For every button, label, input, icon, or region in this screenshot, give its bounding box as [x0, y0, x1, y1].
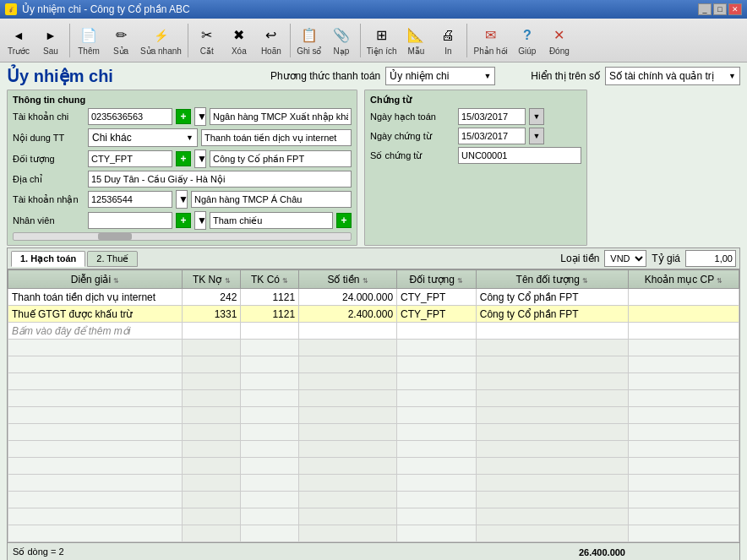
minimize-button[interactable]: _ [698, 3, 712, 15]
empty-cell-5-4 [397, 424, 477, 441]
tai-khoan-nhan-input[interactable] [88, 191, 172, 208]
cell-sotien-0[interactable]: 24.000.000 [299, 289, 397, 306]
app-icon: 💰 [5, 3, 17, 15]
cell-doituong-0[interactable]: CTY_FPT [397, 289, 477, 306]
empty-cell-6-2 [241, 441, 299, 458]
back-button[interactable]: Trước [3, 24, 34, 57]
nhan-vien-label: Nhân viên [13, 215, 85, 226]
table-row[interactable]: Bấm vào đây để thêm mới [8, 323, 739, 340]
cell-diengiai-0[interactable]: Thanh toán tiền dịch vụ internet [8, 289, 183, 306]
nhan-vien-dropdown[interactable]: ▼ [194, 211, 206, 230]
cell-diengiai-2[interactable]: Bấm vào đây để thêm mới [8, 323, 183, 340]
ngay-chung-tu-calendar-button[interactable]: ▼ [529, 128, 544, 144]
doi-tuong-input[interactable] [88, 150, 172, 167]
cell-doituong-2[interactable] [397, 323, 477, 340]
doi-tuong-add-button[interactable]: + [176, 151, 191, 166]
cell-tkco-0[interactable]: 1121 [241, 289, 299, 306]
empty-cell-5-6 [629, 424, 739, 441]
cell-diengiai-1[interactable]: Thuế GTGT được khấu trừ [8, 306, 183, 323]
table-row-empty [8, 492, 739, 508]
ngay-hach-toan-input[interactable] [458, 108, 526, 125]
empty-cell-8-6 [629, 475, 739, 492]
close-toolbar-label: Đóng [549, 46, 570, 56]
cell-tkno-2[interactable] [183, 323, 241, 340]
delete-icon: ✖ [229, 25, 249, 46]
empty-cell-3-6 [629, 390, 739, 407]
cell-tkno-1[interactable]: 1331 [183, 306, 241, 323]
ngay-chung-tu-input[interactable] [458, 128, 526, 144]
table-header-row: Diễn giải ⇅ TK Nợ ⇅ TK Có ⇅ Số tiền ⇅ Đố [8, 270, 739, 289]
cell-tkno-0[interactable]: 242 [183, 289, 241, 306]
cell-khoancpq-1[interactable] [629, 306, 739, 323]
empty-cell-10-4 [397, 508, 477, 525]
display-option-label: Hiển thị trên số [531, 70, 600, 82]
tai-khoan-nhan-dropdown[interactable]: ▼ [176, 190, 188, 209]
cell-sotien-2[interactable] [299, 323, 397, 340]
tai-khoan-nhan-desc-input[interactable] [191, 191, 352, 208]
new-button[interactable]: 📄 Thêm [74, 24, 104, 57]
attach-label: Nạp [333, 46, 349, 56]
tai-khoan-chi-input[interactable] [88, 108, 172, 125]
cell-doituong-1[interactable]: CTY_FPT [397, 306, 477, 323]
payment-method-row: Phương thức thanh toán Ủy nhiệm chi ▼ Hi… [270, 67, 740, 85]
noi-dung-tt-select[interactable]: Chi khác ▼ [88, 128, 198, 147]
col-header-diengiai: Diễn giải ⇅ [8, 270, 183, 289]
window-close-button[interactable]: ✕ [728, 3, 742, 15]
cut-button[interactable]: ✂ Cắt [192, 24, 222, 57]
empty-cell-6-1 [183, 441, 241, 458]
dia-chi-input[interactable] [88, 171, 352, 188]
empty-cell-4-6 [629, 407, 739, 424]
table-scroll-container[interactable]: Diễn giải ⇅ TK Nợ ⇅ TK Có ⇅ Số tiền ⇅ Đố [8, 269, 739, 542]
nhan-vien-add-button[interactable]: + [176, 213, 191, 228]
template-button[interactable]: 📐 Mẫu [401, 24, 431, 57]
undo-button[interactable]: ↩ Hoãn [256, 24, 286, 57]
close-toolbar-button[interactable]: ✕ Đóng [544, 24, 575, 57]
tai-khoan-chi-dropdown[interactable]: ▼ [194, 107, 206, 126]
cell-tkco-1[interactable]: 1121 [241, 306, 299, 323]
tai-khoan-chi-desc-input[interactable] [210, 108, 352, 125]
empty-cell-1-5 [476, 356, 628, 373]
display-option-select[interactable]: Số tài chính và quản trị ▼ [605, 67, 740, 85]
attach-button[interactable]: 📎 Nạp [326, 24, 357, 57]
tab-hach-toan[interactable]: 1. Hạch toán [11, 251, 85, 267]
forward-icon [41, 25, 61, 46]
delete-button[interactable]: ✖ Xóa [224, 24, 254, 57]
payment-method-select[interactable]: Ủy nhiệm chi ▼ [385, 67, 495, 85]
cell-khoancpq-0[interactable] [629, 289, 739, 306]
currency-select[interactable]: VND [604, 250, 646, 267]
print-label: In [444, 46, 451, 56]
cell-sotien-1[interactable]: 2.400.000 [299, 306, 397, 323]
title-bar: 💰 Ủy nhiệm chi - Công ty Cổ phần ABC _ □… [0, 0, 747, 19]
help-button[interactable]: ? Giúp [512, 24, 543, 57]
email-button[interactable]: ✉ Phản hồi [471, 24, 510, 57]
so-chung-tu-input[interactable] [458, 147, 581, 164]
tab-thue[interactable]: 2. Thuế [87, 251, 138, 267]
quickedit-button[interactable]: ⚡ Sửa nhanh [138, 24, 184, 57]
noi-dung-tt-input[interactable] [201, 129, 352, 146]
cell-tendoituong-1[interactable]: Công ty Cổ phần FPT [476, 306, 628, 323]
cell-tendoituong-0[interactable]: Công ty Cổ phần FPT [476, 289, 628, 306]
cell-khoancpq-2[interactable] [629, 323, 739, 340]
forward-button[interactable]: Sau [35, 24, 66, 57]
maximize-button[interactable]: □ [713, 3, 727, 15]
ngay-hach-toan-calendar-button[interactable]: ▼ [529, 108, 544, 125]
tham-chieu-add-button[interactable]: + [336, 213, 352, 228]
post-button[interactable]: 📋 Ghi sổ [294, 24, 324, 57]
edit-button[interactable]: ✏ Sửa [106, 24, 136, 57]
form-horizontal-scrollbar[interactable] [13, 232, 352, 241]
cell-tendoituong-2[interactable] [476, 323, 628, 340]
print-button[interactable]: 🖨 In [433, 24, 463, 57]
tham-chieu-input[interactable] [210, 212, 333, 229]
cell-tkco-2[interactable] [241, 323, 299, 340]
exchange-value-input[interactable] [685, 250, 736, 267]
tai-khoan-chi-add-button[interactable]: + [176, 109, 191, 124]
thong-tin-chung-section: Thông tin chung Tài khoản chi + ▼ Nội du… [7, 90, 357, 246]
so-chung-tu-row: Số chứng từ [370, 147, 581, 164]
utility-button[interactable]: ⊞ Tiện ích [364, 24, 400, 57]
empty-cell-0-4 [397, 340, 477, 356]
doi-tuong-dropdown[interactable]: ▼ [194, 150, 206, 168]
empty-cell-4-2 [241, 407, 299, 424]
nhan-vien-input[interactable] [88, 212, 172, 229]
doi-tuong-desc-input[interactable] [210, 150, 352, 167]
template-label: Mẫu [408, 46, 425, 56]
